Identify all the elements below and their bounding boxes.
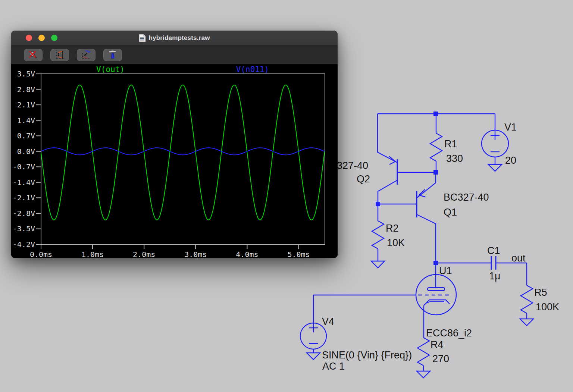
transistor-q2	[378, 114, 433, 202]
y-tick-label: -4.2V	[13, 240, 35, 249]
schematic-label-r5-value: 100K	[536, 301, 559, 313]
axes-autorange-button[interactable]	[50, 49, 69, 61]
window-title-group: hybridamptests.raw	[11, 34, 338, 42]
schematic-label-v1-value: 20	[505, 155, 516, 166]
legend-vn011[interactable]: V(n011)	[236, 65, 269, 74]
waveform-viewer-window: hybridamptests.raw	[11, 31, 338, 258]
schematic-label-r2-value: 10K	[387, 237, 405, 248]
window-titlebar[interactable]: hybridamptests.raw	[11, 31, 338, 45]
y-tick-label: 0.7V	[17, 131, 35, 140]
ground-icon	[488, 164, 502, 171]
schematic-label-u1-type: ECC86_i2	[426, 327, 472, 339]
toolbar	[11, 45, 338, 64]
zoom-cancel-icon	[28, 50, 38, 60]
x-tick-label: 3.0ms	[184, 250, 207, 258]
x-tick-label: 4.0ms	[236, 250, 258, 258]
anode-icon	[428, 288, 445, 291]
document-icon	[139, 34, 146, 42]
x-tick-label: 2.0ms	[133, 250, 155, 258]
waveform-plot[interactable]: 3.5V2.8V2.1V1.4V0.7V0.0V-0.7V-1.4V-2.1V-…	[11, 64, 338, 258]
y-tick-label: -3.5V	[13, 224, 35, 233]
schematic-label-r4-value: 270	[432, 353, 449, 364]
y-tick-label: -1.4V	[13, 178, 35, 187]
plot-area: 3.5V2.8V2.1V1.4V0.7V0.0V-0.7V-1.4V-2.1V-…	[11, 64, 338, 258]
legend-vout[interactable]: V(out)	[96, 65, 125, 74]
close-button[interactable]	[26, 35, 32, 41]
plot-border	[41, 74, 325, 244]
plus-icon	[309, 323, 318, 332]
trace-vn011	[41, 148, 325, 155]
schematic-label-q2-name: Q2	[357, 173, 370, 185]
schematic-label-v4-name: V4	[322, 316, 334, 327]
minimize-button[interactable]	[38, 35, 45, 41]
y-tick-label: 1.4V	[17, 116, 35, 125]
zoom-cancel-button[interactable]	[24, 49, 43, 61]
hammer-icon	[107, 50, 118, 60]
schematic-label-r1-value: 330	[446, 153, 463, 164]
y-tick-label: -2.1V	[13, 193, 35, 202]
schematic-label-out-net: out	[511, 253, 526, 264]
resistor-r5	[520, 263, 533, 326]
traffic-lights	[26, 35, 57, 41]
schematic-label-q1-name: Q1	[444, 207, 457, 218]
y-tick-label: 3.5V	[17, 69, 35, 78]
x-tick-label: 5.0ms	[287, 250, 310, 258]
schematic-label-v4-spec: AC 1	[322, 361, 345, 372]
schematic-label-c1-value: 1µ	[489, 270, 501, 282]
schematic-labels: 327-40Q2R1330V120BC327-40Q1R210KU1C11µou…	[322, 122, 559, 372]
schematic-label-r1-name: R1	[444, 138, 457, 150]
x-tick-label: 1.0ms	[81, 250, 104, 258]
control-panel-button[interactable]	[103, 49, 122, 61]
y-tick-label: 2.8V	[17, 85, 35, 94]
ground-icon	[417, 371, 430, 378]
y-tick-label: -0.7V	[13, 162, 35, 171]
schematic-label-r2-name: R2	[386, 223, 399, 234]
y-tick-label: 2.1V	[17, 100, 35, 109]
schematic-label-r4-name: R4	[430, 339, 444, 350]
schematic-label-v4-value: SINE(0 {Vin} {Freq})	[322, 349, 412, 361]
schematic-label-q1-type: BC327-40	[444, 192, 489, 203]
y-tick-label: -2.8V	[13, 209, 35, 218]
window-title: hybridamptests.raw	[148, 34, 210, 42]
resistor-r2	[371, 204, 385, 268]
schematic-label-v1-name: V1	[504, 122, 517, 133]
plus-icon	[491, 131, 500, 140]
zoom-button[interactable]	[51, 35, 57, 41]
schematic-label-r5-name: R5	[534, 287, 547, 298]
plot-settings-button[interactable]	[77, 49, 96, 61]
axes-autorange-icon	[54, 50, 65, 60]
ground-icon	[520, 319, 533, 326]
trace-vout	[41, 85, 325, 220]
ground-icon	[307, 353, 320, 360]
schematic-label-q2-type: 327-40	[337, 160, 368, 171]
x-tick-label: 0.0ms	[30, 250, 52, 258]
schematic-label-c1-name: C1	[487, 245, 500, 256]
y-tick-label: 0.0V	[17, 147, 35, 156]
resistor-r1	[430, 114, 442, 170]
plot-settings-icon	[81, 50, 92, 60]
schematic-label-u1-name: U1	[439, 265, 452, 276]
resistor-r4	[417, 338, 430, 378]
ground-icon	[371, 261, 385, 268]
